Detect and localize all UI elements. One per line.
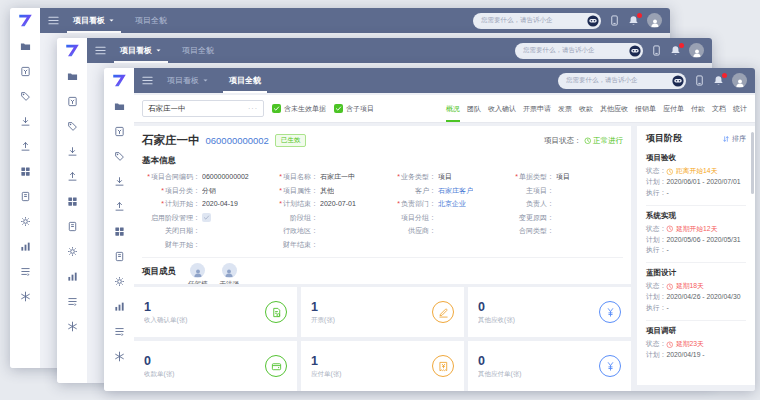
asterisk-icon[interactable] [114,351,125,362]
list-icon[interactable] [114,326,125,337]
mobile-icon[interactable] [609,15,620,26]
nav-project-overview[interactable]: 项目全貌 [223,68,267,93]
tab-collection[interactable]: 收款 [579,95,593,122]
assistant-search-input[interactable]: 您需要什么，请告诉小企 [558,73,686,89]
menu-icon[interactable] [48,15,59,26]
card-other-payable[interactable]: 0其他应付单(张) [468,341,631,391]
tab-payable[interactable]: 应付单 [663,95,684,122]
card-collection[interactable]: 0收款单(张) [134,341,297,391]
folder-icon[interactable] [20,41,31,52]
tab-payment[interactable]: 付款 [691,95,705,122]
download-icon[interactable] [67,146,78,157]
notebook-icon[interactable] [67,221,78,232]
list-icon[interactable] [20,266,31,277]
tag-icon[interactable] [20,91,31,102]
download-icon[interactable] [20,116,31,127]
field-project-category: 项目分类：分销 [142,186,260,196]
tag-icon[interactable] [67,121,78,132]
checkbox-include-inactive[interactable]: 含未生效单据 [272,104,326,114]
notifications-button[interactable] [713,75,724,86]
project-info-panel: 石家庄一中 060000000002 已生效 项目状态： 正常进行 基本信息 项… [134,126,631,284]
folder-icon[interactable] [67,71,78,82]
tag-icon[interactable] [114,151,125,162]
card-other-receivable[interactable]: 0其他应收(张) [468,287,631,337]
clock-icon [666,225,674,233]
checkbox-include-sub[interactable]: 含子项目 [334,104,374,114]
project-status-value: 正常进行 [593,136,623,146]
receipt-icon[interactable] [67,96,78,107]
tab-document[interactable]: 文档 [712,95,726,122]
grid-icon[interactable] [20,166,31,177]
tab-statistics[interactable]: 统计 [733,95,747,122]
tab-team[interactable]: 团队 [467,95,481,122]
project-code-link[interactable]: 060000000002 [206,135,269,146]
user-avatar[interactable] [732,73,747,88]
notifications-button[interactable] [628,15,639,26]
mobile-icon[interactable] [694,75,705,86]
chart-icon[interactable] [67,271,78,282]
gear-icon[interactable] [67,246,78,257]
tab-revenue-confirm[interactable]: 收入确认 [488,95,516,122]
assistant-search-input[interactable]: 您需要什么，请告诉小企 [473,13,601,29]
asterisk-icon[interactable] [20,291,31,302]
download-icon[interactable] [114,176,125,187]
gear-icon[interactable] [20,216,31,227]
robot-assistant-icon[interactable] [587,15,599,27]
list-icon[interactable] [67,296,78,307]
tab-invoice[interactable]: 发票 [558,95,572,122]
stage-status-label: 状态： [646,281,666,292]
customer-link[interactable]: 石家庄客户 [438,186,473,196]
notifications-button[interactable] [670,45,681,56]
tab-expense[interactable]: 报销单 [635,95,656,122]
tab-overview[interactable]: 概况 [446,95,460,122]
mobile-icon[interactable] [651,45,662,56]
chart-icon[interactable] [114,301,125,312]
nav-project-overview[interactable]: 项目全貌 [129,8,173,33]
card-revenue-confirm[interactable]: 1收入确认单(张) [134,287,297,337]
tab-other-receivable[interactable]: 其他应收 [600,95,628,122]
robot-assistant-icon[interactable] [672,75,684,87]
stage-exec-value: - [666,245,668,256]
robot-assistant-icon[interactable] [629,45,641,57]
status-badge: 已生效 [275,134,307,147]
card-payable[interactable]: 1应付单(张) [301,341,464,391]
grid-icon[interactable] [67,196,78,207]
grid-icon[interactable] [114,226,125,237]
user-avatar[interactable] [689,43,704,58]
basic-info-grid: 项目合同编码：060000000002 项目名称：石家庄一中 业务类型：项目 单… [142,172,623,250]
notebook-icon[interactable] [114,251,125,262]
sort-button[interactable]: 排序 [722,134,746,144]
assistant-search-input[interactable]: 您需要什么，请告诉小企 [515,43,643,59]
asterisk-icon[interactable] [67,321,78,332]
stage-item-research: 项目调研 状态：延期23天 计划：2020/04/19 - [646,320,746,367]
scrollbar-thumb[interactable] [751,132,754,194]
project-search-input[interactable]: 石家庄一中 ··· [142,100,264,117]
receipt-icon[interactable] [20,66,31,77]
nav-project-board[interactable]: 项目看板 [161,68,215,93]
user-avatar[interactable] [647,13,662,28]
chevron-down-icon [155,47,162,54]
folder-icon[interactable] [114,101,125,112]
nav-label: 项目看板 [167,75,199,86]
more-ellipsis-icon[interactable]: ··· [248,105,258,112]
upload-icon[interactable] [20,141,31,152]
menu-icon[interactable] [95,45,106,56]
field-label: 供应商： [378,226,436,236]
upload-icon[interactable] [67,171,78,182]
nav-project-overview[interactable]: 项目全貌 [176,38,220,63]
gear-icon[interactable] [114,276,125,287]
receipt-icon[interactable] [114,126,125,137]
chart-icon[interactable] [20,241,31,252]
nav-project-board[interactable]: 项目看板 [67,8,121,33]
nav-project-board[interactable]: 项目看板 [114,38,168,63]
dept-link[interactable]: 北京企业 [438,199,466,209]
menu-icon[interactable] [142,75,153,86]
notebook-icon[interactable] [20,191,31,202]
member-chip[interactable]: 任贺楠 [188,263,208,285]
member-chip[interactable]: 于洪强 [220,263,240,285]
card-invoicing[interactable]: 1开票(张) [301,287,464,337]
upload-icon[interactable] [114,201,125,212]
stage-status-value: 延期开始12天 [676,224,718,235]
tab-invoice-request[interactable]: 开票申请 [523,95,551,122]
member-name: 于洪强 [220,280,240,285]
